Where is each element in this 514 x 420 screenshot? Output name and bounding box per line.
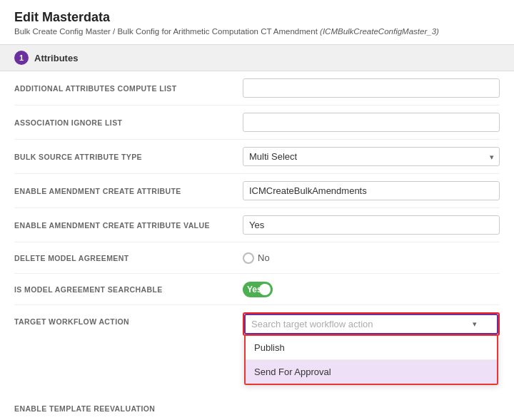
enable-reevaluation-row: ENABLE TEMPLATE REEVALUATION [14,400,500,420]
association-ignore-row: ASSOCIATION IGNORE LIST [14,106,500,140]
page-header: Edit Masterdata Bulk Create Config Maste… [0,0,514,39]
is-model-searchable-control: Yes [243,282,500,297]
enable-amendment-val-row: ENABLE AMENDMENT CREATE ATTRIBUTE VALUE [14,208,500,242]
bulk-source-select[interactable]: Multi Select Single Select Text [243,147,500,166]
target-workflow-search-input[interactable] [251,319,473,329]
breadcrumb-path: Bulk Create Config Master / Bulk Config … [14,27,318,36]
target-workflow-trigger[interactable]: ▾ [244,314,498,334]
target-workflow-chevron-icon: ▾ [473,319,477,329]
delete-model-control: No [243,252,500,264]
bulk-source-label: BULK SOURCE ATTRIBUTE TYPE [14,153,243,161]
dropdown-option-publish[interactable]: Publish [246,336,497,360]
bulk-source-row: BULK SOURCE ATTRIBUTE TYPE Multi Select … [14,140,500,174]
target-workflow-row: TARGET WORKFLOW ACTION ▾ Publish Send Fo… [14,305,500,336]
additional-attributes-row: ADDITIONAL ATTRIBUTES COMPUTE LIST [14,71,500,106]
is-model-searchable-toggle[interactable]: Yes [243,282,273,297]
enable-amendment-label: ENABLE AMENDMENT CREATE ATTRIBUTE [14,187,243,195]
form-body: ADDITIONAL ATTRIBUTES COMPUTE LIST ASSOC… [0,71,514,420]
page-title: Edit Masterdata [14,10,500,25]
target-workflow-dropdown-container: ▾ Publish Send For Approval [243,312,500,336]
delete-model-row: DELETE MODEL AGREEMENT No [14,242,500,274]
delete-model-radio-wrap: No [243,252,270,264]
bulk-source-select-wrap: Multi Select Single Select Text ▾ [243,147,500,166]
target-workflow-control: ▾ Publish Send For Approval [243,312,500,336]
dropdown-option-send-for-approval[interactable]: Send For Approval [246,360,497,384]
toggle-slider [243,282,273,297]
section-badge: 1 [14,51,29,65]
additional-attributes-label: ADDITIONAL ATTRIBUTES COMPUTE LIST [14,84,243,93]
breadcrumb-code: (ICMBulkCreateConfigMaster_3) [320,27,439,36]
is-model-searchable-label: IS MODEL AGREEMENT SEARCHABLE [14,285,243,294]
additional-attributes-control [243,78,500,98]
is-model-searchable-row: IS MODEL AGREEMENT SEARCHABLE Yes [14,274,500,305]
enable-amendment-input[interactable] [243,181,500,200]
is-model-searchable-toggle-wrap: Yes [243,282,273,297]
page-wrapper: Edit Masterdata Bulk Create Config Maste… [0,0,514,420]
bulk-source-control: Multi Select Single Select Text ▾ [243,147,500,166]
target-workflow-label: TARGET WORKFLOW ACTION [14,312,243,326]
breadcrumb: Bulk Create Config Master / Bulk Config … [14,27,500,36]
enable-amendment-val-input[interactable] [243,215,500,235]
delete-model-radio[interactable] [243,252,254,264]
association-ignore-label: ASSOCIATION IGNORE LIST [14,118,243,127]
delete-model-value: No [258,252,270,263]
enable-amendment-control [243,181,500,200]
target-workflow-dropdown-menu: Publish Send For Approval [244,334,498,385]
enable-amendment-val-label: ENABLE AMENDMENT CREATE ATTRIBUTE VALUE [14,221,243,230]
section-header: 1 Attributes [0,44,514,71]
association-ignore-control [243,113,500,132]
additional-attributes-input[interactable] [243,78,500,98]
enable-amendment-val-control [243,215,500,235]
section-title: Attributes [34,53,78,63]
delete-model-label: DELETE MODEL AGREEMENT [14,254,243,262]
enable-amendment-row: ENABLE AMENDMENT CREATE ATTRIBUTE [14,174,500,208]
association-ignore-input[interactable] [243,113,500,132]
enable-reevaluation-label: ENABLE TEMPLATE REEVALUATION [14,404,243,413]
